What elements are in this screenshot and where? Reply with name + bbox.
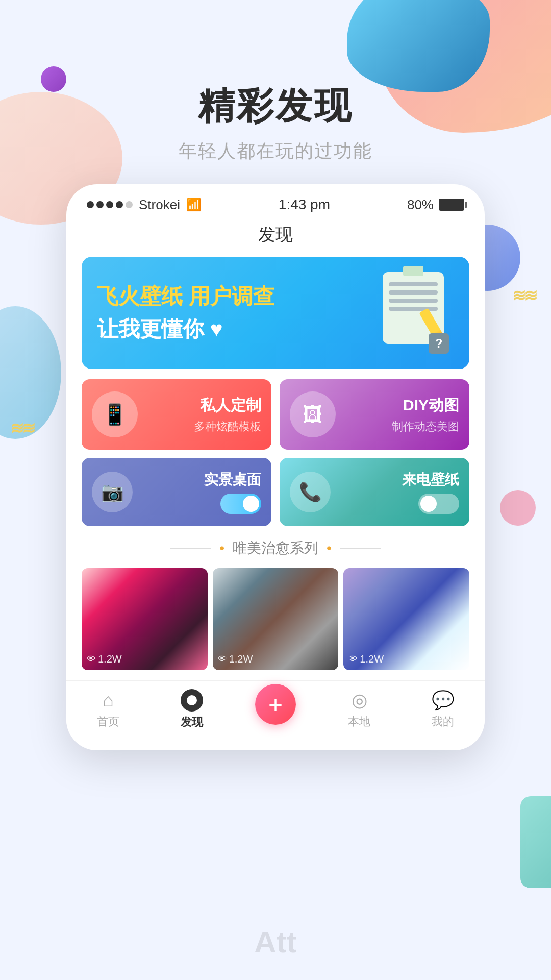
divider-dot: • bbox=[219, 540, 224, 556]
nav-item-add[interactable]: + bbox=[234, 694, 317, 725]
camera-icon: 📷 bbox=[101, 481, 124, 503]
page-hero-subtitle: 年轻人都在玩的过功能 bbox=[0, 139, 551, 164]
nav-item-local[interactable]: ◎ 本地 bbox=[317, 690, 401, 729]
toggle-card-live-desktop[interactable]: 📷 实景桌面 bbox=[82, 458, 271, 526]
toggle-icon-wrap-2: 📞 bbox=[290, 472, 331, 512]
eye-icon-3: 👁 bbox=[348, 654, 358, 665]
carrier-name: Strokei bbox=[139, 197, 180, 213]
gallery-image-3: 👁 1.2W bbox=[343, 568, 469, 670]
banner-line1: 飞火壁纸 用户调查 bbox=[97, 282, 362, 311]
nav-label-discover: 发现 bbox=[181, 715, 203, 730]
banner-text: 飞火壁纸 用户调查 让我更懂你 ♥ bbox=[97, 282, 362, 344]
toggle-content-2: 来电壁纸 bbox=[339, 470, 459, 514]
gallery-image-1: 👁 1.2W bbox=[82, 568, 208, 670]
nav-label-local: 本地 bbox=[348, 714, 370, 729]
toggle-switch-call[interactable] bbox=[339, 494, 459, 514]
feature-name-1: 私人定制 bbox=[146, 395, 261, 416]
view-count-3: 👁 1.2W bbox=[348, 653, 384, 665]
divider-line-right bbox=[340, 548, 381, 549]
banner[interactable]: 飞火壁纸 用户调查 让我更懂你 ♥ ? bbox=[82, 257, 469, 369]
phone-customize-icon: 📱 bbox=[102, 403, 128, 427]
status-bar: Strokei 📶 1:43 pm 80% bbox=[66, 184, 485, 218]
image-diy-icon: 🖼 bbox=[303, 403, 323, 426]
gallery-item-3[interactable]: 👁 1.2W bbox=[343, 568, 469, 670]
discover-active-icon bbox=[181, 689, 203, 712]
page-hero-title: 精彩发现 bbox=[0, 82, 551, 131]
feature-card-private-customize[interactable]: 📱 私人定制 多种炫酷模板 bbox=[82, 379, 271, 450]
feature-icon-wrap-2: 🖼 bbox=[290, 391, 336, 437]
call-icon: 📞 bbox=[299, 481, 322, 503]
signal-strength bbox=[87, 201, 133, 208]
battery-percentage: 80% bbox=[407, 197, 434, 213]
section-title: 唯美治愈系列 bbox=[233, 538, 318, 558]
feature-desc-1: 多种炫酷模板 bbox=[146, 419, 261, 434]
switch-call-wallpaper[interactable] bbox=[418, 494, 459, 514]
feature-icon-wrap-1: 📱 bbox=[92, 391, 138, 437]
add-button[interactable]: + bbox=[255, 684, 296, 725]
switch-thumb-live bbox=[243, 496, 259, 512]
eye-icon-2: 👁 bbox=[218, 654, 227, 665]
signal-dot-2 bbox=[96, 201, 104, 208]
nav-item-mine[interactable]: 💬 我的 bbox=[401, 690, 485, 729]
home-icon: ⌂ bbox=[103, 690, 114, 711]
wave-decoration-2: ≋≋ bbox=[10, 419, 34, 438]
nav-item-discover[interactable]: 发现 bbox=[150, 689, 234, 730]
nav-label-mine: 我的 bbox=[432, 714, 454, 729]
wave-decoration-1: ≋≋ bbox=[512, 286, 536, 305]
nav-title: 发现 bbox=[66, 218, 485, 257]
gallery-item-1[interactable]: 👁 1.2W bbox=[82, 568, 208, 670]
profile-icon: 💬 bbox=[432, 690, 455, 711]
section-divider: • 唯美治愈系列 • bbox=[66, 538, 485, 558]
status-left: Strokei 📶 bbox=[87, 197, 202, 213]
banner-line2: 让我更懂你 ♥ bbox=[97, 315, 362, 344]
status-right: 80% bbox=[407, 197, 464, 213]
toggle-icon-wrap-1: 📷 bbox=[92, 472, 133, 512]
view-count-1: 👁 1.2W bbox=[87, 653, 122, 665]
status-time: 1:43 pm bbox=[279, 197, 330, 213]
toggle-content-1: 实景桌面 bbox=[141, 470, 261, 514]
bottom-navigation: ⌂ 首页 发现 + ◎ 本地 💬 我的 bbox=[66, 680, 485, 735]
battery-icon bbox=[439, 199, 464, 211]
feature-grid: 📱 私人定制 多种炫酷模板 🖼 DIY动图 制作动态美图 bbox=[82, 379, 469, 450]
feature-desc-2: 制作动态美图 bbox=[344, 419, 459, 434]
gallery-image-2: 👁 1.2W bbox=[213, 568, 339, 670]
toggle-grid: 📷 实景桌面 📞 来电壁纸 bbox=[82, 458, 469, 526]
phone-mockup: Strokei 📶 1:43 pm 80% 发现 飞火壁纸 用户调查 让我更懂你… bbox=[66, 184, 485, 750]
nav-label-home: 首页 bbox=[97, 714, 119, 729]
toggle-card-call-wallpaper[interactable]: 📞 来电壁纸 bbox=[280, 458, 469, 526]
signal-dot-4 bbox=[116, 201, 123, 208]
image-gallery: 👁 1.2W 👁 1.2W 👁 1.2W bbox=[82, 568, 469, 670]
att-text: Att bbox=[254, 924, 296, 960]
feature-text-2: DIY动图 制作动态美图 bbox=[344, 395, 459, 434]
signal-dot-5 bbox=[126, 201, 133, 208]
switch-live-desktop[interactable] bbox=[220, 494, 261, 514]
wifi-icon: 📶 bbox=[186, 198, 202, 212]
location-icon: ◎ bbox=[352, 690, 367, 711]
signal-dot-1 bbox=[87, 201, 94, 208]
toggle-switch-live[interactable] bbox=[141, 494, 261, 514]
feature-card-diy-animation[interactable]: 🖼 DIY动图 制作动态美图 bbox=[280, 379, 469, 450]
gallery-item-2[interactable]: 👁 1.2W bbox=[213, 568, 339, 670]
nav-item-home[interactable]: ⌂ 首页 bbox=[66, 690, 150, 729]
signal-dot-3 bbox=[106, 201, 113, 208]
question-block-icon: ? bbox=[429, 333, 449, 354]
banner-illustration: ? bbox=[362, 267, 454, 359]
eye-icon-1: 👁 bbox=[87, 654, 96, 665]
view-count-2: 👁 1.2W bbox=[218, 653, 253, 665]
switch-thumb-call bbox=[420, 496, 437, 512]
divider-line-left bbox=[170, 548, 211, 549]
feature-name-2: DIY动图 bbox=[344, 395, 459, 416]
divider-dot-right: • bbox=[327, 540, 332, 556]
header-section: 精彩发现 年轻人都在玩的过功能 bbox=[0, 0, 551, 184]
toggle-label-live: 实景桌面 bbox=[141, 470, 261, 489]
plus-icon: + bbox=[268, 691, 283, 719]
purple-dot-decoration bbox=[41, 66, 66, 92]
feature-text-1: 私人定制 多种炫酷模板 bbox=[146, 395, 261, 434]
toggle-label-call: 来电壁纸 bbox=[339, 470, 459, 489]
discover-dot-inner bbox=[187, 695, 197, 705]
